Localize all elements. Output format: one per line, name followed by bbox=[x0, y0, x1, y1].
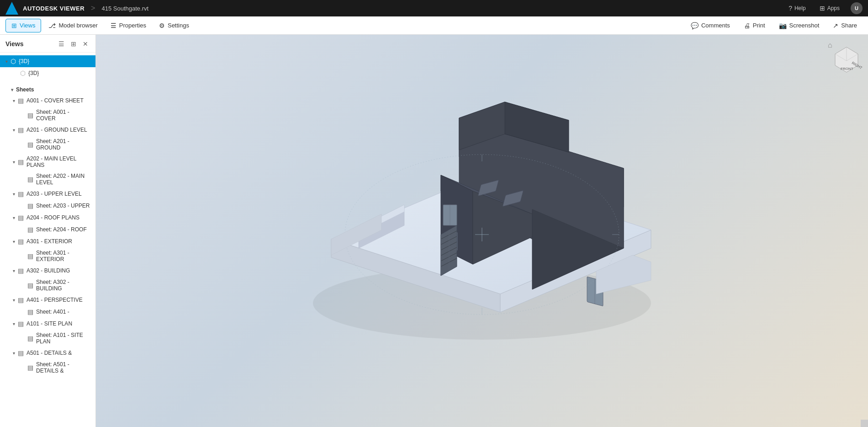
sheet-A301-label: A301 - EXTERIOR bbox=[26, 238, 72, 245]
sheet-A204-child-label: Sheet: A204 - ROOF bbox=[36, 226, 87, 233]
sheet-A401-child-icon: ▤ bbox=[27, 308, 33, 315]
sheet-A101-parent[interactable]: ▤ A101 - SITE PLAN bbox=[0, 318, 95, 330]
sheet-A301-parent[interactable]: ▤ A301 - EXTERIOR bbox=[0, 235, 95, 247]
sheet-A302-child-label: Sheet: A302 - BUILDING bbox=[36, 279, 90, 292]
3d-root-chevron bbox=[5, 59, 8, 64]
sheet-A401-parent[interactable]: ▤ A401 - PERSPECTIVE bbox=[0, 294, 95, 306]
3d-viewport[interactable]: ⌂ FRONT RIGHT bbox=[96, 35, 868, 427]
top-header: AUTODESK VIEWER > 415 Southgate.rvt ? He… bbox=[0, 0, 868, 16]
sheet-A101-icon: ▤ bbox=[18, 320, 24, 327]
svg-text:FRONT: FRONT bbox=[841, 67, 853, 71]
3d-child-item[interactable]: ⬡ {3D} bbox=[0, 67, 95, 79]
sheet-A203-chevron bbox=[13, 192, 15, 197]
file-name: 415 Southgate.rvt bbox=[101, 5, 148, 12]
model-browser-icon: ⎇ bbox=[48, 22, 56, 29]
comments-button[interactable]: 💬 Comments bbox=[685, 19, 736, 32]
sheet-A201-child[interactable]: ▤ Sheet: A201 - GROUND bbox=[0, 136, 95, 153]
sheet-A101-child[interactable]: ▤ Sheet: A101 - SITE PLAN bbox=[0, 330, 95, 347]
sheet-A204-parent[interactable]: ▤ A204 - ROOF PLANS bbox=[0, 212, 95, 224]
sheet-A501-chevron bbox=[13, 351, 15, 356]
settings-tab[interactable]: ⚙ Settings bbox=[153, 19, 195, 32]
apps-icon: ⊞ bbox=[820, 5, 825, 12]
sheet-A201-icon: ▤ bbox=[18, 126, 24, 133]
sheet-A202-parent[interactable]: ▤ A202 - MAIN LEVEL PLANS bbox=[0, 153, 95, 171]
3d-root-item[interactable]: ⬡ {3D} bbox=[0, 55, 95, 67]
sheet-A001-child[interactable]: ▤ Sheet: A001 - COVER bbox=[0, 107, 95, 124]
grid-view-button[interactable]: ⊞ bbox=[69, 39, 78, 48]
user-avatar[interactable]: U bbox=[851, 2, 863, 14]
sheet-A501-child-label: Sheet: A501 - DETAILS & bbox=[36, 361, 90, 374]
sheet-A203-icon: ▤ bbox=[18, 190, 24, 197]
sheet-A204-child[interactable]: ▤ Sheet: A204 - ROOF bbox=[0, 224, 95, 235]
comments-icon: 💬 bbox=[691, 22, 699, 29]
3d-section: ⬡ {3D} ⬡ {3D} bbox=[0, 53, 95, 82]
sheet-A204-chevron bbox=[13, 215, 15, 220]
sheet-A101-child-icon: ▤ bbox=[27, 335, 33, 342]
share-button[interactable]: ↗ Share bbox=[827, 19, 863, 32]
sheet-A301-chevron bbox=[13, 239, 15, 244]
sidebar-title: Views bbox=[5, 40, 23, 48]
sheet-A204-child-icon: ▤ bbox=[27, 226, 33, 233]
resize-handle[interactable] bbox=[861, 420, 868, 427]
properties-tab[interactable]: ☰ Properties bbox=[105, 19, 152, 32]
sheet-A202-child-icon: ▤ bbox=[27, 176, 33, 183]
3d-root-label: {3D} bbox=[19, 58, 29, 64]
apps-button[interactable]: ⊞ Apps bbox=[817, 3, 842, 14]
sheet-A204-label: A204 - ROOF PLANS bbox=[26, 214, 79, 221]
sheet-A501-label: A501 - DETAILS & bbox=[26, 350, 72, 356]
main-layout: Views ☰ ⊞ ✕ ⬡ {3D} ⬡ {3D} Sheets bbox=[0, 35, 868, 427]
sheet-A101-label: A101 - SITE PLAN bbox=[26, 320, 72, 327]
sheet-A202-icon: ▤ bbox=[18, 158, 24, 165]
list-view-button[interactable]: ☰ bbox=[57, 39, 66, 48]
view-cube-svg: FRONT RIGHT bbox=[831, 45, 863, 77]
model-browser-tab[interactable]: ⎇ Model browser bbox=[43, 19, 103, 32]
sheet-A001-label: A001 - COVER SHEET bbox=[26, 97, 84, 104]
sheet-A101-chevron bbox=[13, 321, 15, 326]
sheet-A302-child-icon: ▤ bbox=[27, 282, 33, 289]
sheet-A301-child[interactable]: ▤ Sheet: A301 - EXTERIOR bbox=[0, 247, 95, 265]
sheet-A001-child-icon: ▤ bbox=[27, 112, 33, 119]
sheet-A204-icon: ▤ bbox=[18, 214, 24, 221]
sheet-A302-icon: ▤ bbox=[18, 267, 24, 274]
sheet-A302-child[interactable]: ▤ Sheet: A302 - BUILDING bbox=[0, 277, 95, 294]
view-cube[interactable]: ⌂ FRONT RIGHT bbox=[826, 40, 863, 77]
close-sidebar-button[interactable]: ✕ bbox=[81, 39, 90, 48]
sheet-A401-label: A401 - PERSPECTIVE bbox=[26, 297, 83, 303]
autodesk-logo-icon bbox=[5, 2, 18, 15]
sheet-A203-child-icon: ▤ bbox=[27, 202, 33, 209]
sheet-A501-child[interactable]: ▤ Sheet: A501 - DETAILS & bbox=[0, 359, 95, 376]
sheet-A203-parent[interactable]: ▤ A203 - UPPER LEVEL bbox=[0, 188, 95, 200]
views-tab[interactable]: ⊞ Views bbox=[5, 19, 41, 32]
sheets-chevron bbox=[11, 87, 13, 92]
sidebar: Views ☰ ⊞ ✕ ⬡ {3D} ⬡ {3D} Sheets bbox=[0, 35, 96, 427]
building-3d-model bbox=[276, 88, 688, 363]
sheets-section: Sheets ▤ A001 - COVER SHEET ▤ Sheet: A00… bbox=[0, 82, 95, 379]
sheet-A001-chevron bbox=[13, 98, 15, 103]
sheet-A203-child[interactable]: ▤ Sheet: A203 - UPPER bbox=[0, 200, 95, 212]
screenshot-button[interactable]: 📷 Screenshot bbox=[773, 19, 825, 32]
sheet-A201-parent[interactable]: ▤ A201 - GROUND LEVEL bbox=[0, 124, 95, 136]
sheet-A203-label: A203 - UPPER LEVEL bbox=[26, 191, 82, 197]
sheet-A001-icon: ▤ bbox=[18, 97, 24, 104]
sheet-A202-child[interactable]: ▤ Sheet: A202 - MAIN LEVEL bbox=[0, 171, 95, 188]
toolbar-right: 💬 Comments 🖨 Print 📷 Screenshot ↗ Share bbox=[685, 19, 863, 32]
sheets-header[interactable]: Sheets bbox=[0, 85, 95, 95]
sidebar-controls: ☰ ⊞ ✕ bbox=[57, 39, 90, 48]
sheet-A301-child-label: Sheet: A301 - EXTERIOR bbox=[36, 250, 90, 262]
sheet-A302-chevron bbox=[13, 268, 15, 273]
sheet-A202-chevron bbox=[13, 160, 15, 165]
sheet-A201-child-label: Sheet: A201 - GROUND bbox=[36, 138, 90, 151]
sheet-A001-parent[interactable]: ▤ A001 - COVER SHEET bbox=[0, 95, 95, 107]
sheet-A501-parent[interactable]: ▤ A501 - DETAILS & bbox=[0, 347, 95, 359]
sheet-A401-child[interactable]: ▤ Sheet: A401 - bbox=[0, 306, 95, 318]
print-button[interactable]: 🖨 Print bbox=[738, 19, 771, 32]
sheets-label-text: Sheets bbox=[16, 86, 34, 93]
sheet-A201-label: A201 - GROUND LEVEL bbox=[26, 127, 87, 133]
sheet-A301-child-icon: ▤ bbox=[27, 252, 33, 260]
header-right: ? Help ⊞ Apps U bbox=[786, 2, 863, 14]
sheet-A203-child-label: Sheet: A203 - UPPER bbox=[36, 203, 90, 209]
print-icon: 🖨 bbox=[744, 22, 750, 29]
sheet-A301-icon: ▤ bbox=[18, 238, 24, 245]
help-button[interactable]: ? Help bbox=[786, 3, 808, 14]
sheet-A302-parent[interactable]: ▤ A302 - BUILDING bbox=[0, 265, 95, 277]
